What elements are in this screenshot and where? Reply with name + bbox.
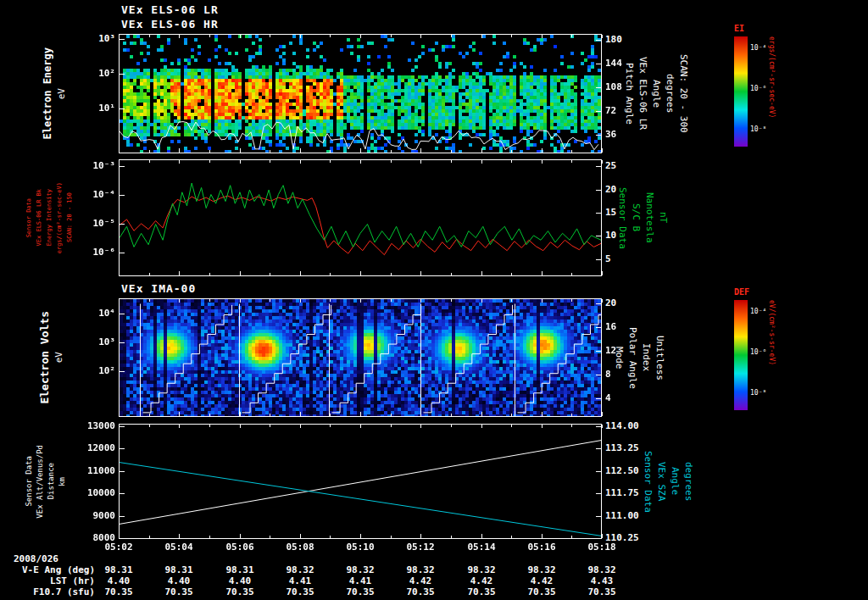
tick-mark: [571, 35, 572, 37]
right-tick-label: 72: [605, 106, 648, 116]
tick-mark: [179, 412, 180, 416]
tick-mark: [209, 35, 210, 37]
sza-label: Angle: [670, 467, 681, 495]
tick-mark: [149, 299, 150, 302]
tick-mark: [451, 414, 452, 416]
right-tick-label: 36: [605, 130, 648, 140]
tick-mark: [120, 108, 125, 109]
info-value: 4.42: [461, 575, 502, 586]
tick-mark: [120, 166, 125, 167]
right-tick-label: 10: [605, 231, 648, 241]
info-value: 4.40: [220, 575, 260, 586]
tick-mark: [240, 160, 241, 164]
tick-mark: [602, 299, 603, 303]
tick-mark: [149, 150, 150, 153]
ima-spectrogram-canvas: [120, 299, 601, 416]
tick-mark: [300, 35, 301, 38]
tick-mark: [270, 536, 270, 538]
tick-mark: [330, 160, 331, 163]
tick-mark: [596, 259, 601, 260]
info-value: 70.35: [98, 586, 139, 597]
right-tick-label: 16: [605, 322, 648, 332]
tick-mark: [120, 471, 125, 472]
intensity-y-axis-title: Sensor Data VEx ELS-06 LR Bk Energy Inte…: [25, 159, 73, 276]
tick-mark: [360, 35, 361, 38]
altitude-left-label: Sensor Data: [25, 456, 33, 507]
tick-mark: [300, 412, 301, 416]
tick-mark: [481, 412, 482, 416]
tick-mark: [602, 35, 603, 38]
tick-mark: [240, 534, 241, 538]
tick-mark: [209, 425, 210, 427]
tick-mark: [119, 412, 120, 416]
y-tick-label: 11000: [76, 466, 115, 476]
time-tick-label: 05:16: [523, 542, 560, 553]
tick-mark: [120, 493, 125, 494]
tick-mark: [179, 148, 180, 153]
intensity-bfield-panel: [119, 159, 602, 276]
tick-mark: [542, 35, 542, 38]
tick-mark: [209, 536, 210, 538]
pitch-angle-label: SCAN: 20 - 300: [678, 54, 689, 133]
info-value: 70.35: [521, 586, 562, 597]
plot-title-ima: VEx IMA-00: [121, 282, 196, 295]
tick-mark: [602, 148, 603, 153]
tick-mark: [481, 35, 482, 38]
els-yunit: eV: [56, 88, 67, 99]
tick-mark: [542, 148, 542, 153]
tick-mark: [542, 534, 542, 538]
info-value: 4.40: [159, 575, 199, 586]
sza-label: VEx SZA: [656, 462, 667, 501]
tick-mark: [119, 299, 120, 303]
tick-mark: [120, 538, 125, 539]
tick-mark: [179, 534, 180, 538]
tick-mark: [451, 150, 452, 153]
tick-mark: [270, 299, 270, 302]
y-tick-label: 10³: [76, 34, 115, 44]
tick-mark: [119, 534, 120, 538]
tick-mark: [391, 536, 392, 538]
info-value: 70.35: [280, 586, 320, 597]
tick-mark: [596, 471, 601, 472]
tick-mark: [420, 534, 421, 538]
els-spectrogram-panel: [119, 34, 602, 153]
tick-mark: [596, 303, 601, 304]
tick-mark: [270, 425, 270, 427]
tick-mark: [119, 271, 120, 275]
tick-mark: [120, 426, 125, 427]
tick-mark: [596, 426, 601, 427]
tick-mark: [240, 35, 241, 38]
tick-mark: [300, 271, 301, 275]
tick-mark: [596, 236, 601, 236]
tick-mark: [391, 35, 392, 37]
colorbar-tick-label: 10⁻⁶: [750, 348, 766, 356]
info-row-label: V-E Ang (deg): [7, 564, 95, 575]
colorbar-tick-label: 10⁻⁴: [750, 44, 766, 52]
right-tick-label: 20: [605, 298, 648, 308]
tick-mark: [596, 516, 601, 517]
altitude-sza-panel: [119, 424, 602, 539]
info-value: 98.32: [400, 564, 441, 575]
tick-mark: [209, 160, 210, 163]
colorbar-tick-label: 10⁻⁸: [750, 125, 766, 133]
y-tick-label: 10²: [76, 69, 115, 79]
tick-mark: [391, 425, 392, 427]
tick-mark: [149, 160, 150, 163]
right-tick-label: 4: [605, 393, 648, 403]
ima-spectrogram-panel: [119, 298, 602, 417]
info-value: 4.41: [340, 575, 381, 586]
tick-mark: [451, 425, 452, 427]
tick-mark: [451, 160, 452, 163]
data-line-altitude: [120, 441, 601, 525]
tick-mark: [300, 148, 301, 153]
info-value: 98.32: [581, 564, 622, 575]
info-value: 98.32: [280, 564, 320, 575]
y-tick-label: 10⁻³: [76, 161, 115, 171]
tick-mark: [596, 135, 601, 136]
tick-mark: [360, 534, 361, 538]
right-tick-label: 114.00: [605, 421, 648, 431]
ima-colorbar-gradient: [734, 300, 748, 410]
tick-mark: [360, 412, 361, 416]
tick-mark: [119, 425, 120, 428]
tick-mark: [602, 534, 603, 538]
